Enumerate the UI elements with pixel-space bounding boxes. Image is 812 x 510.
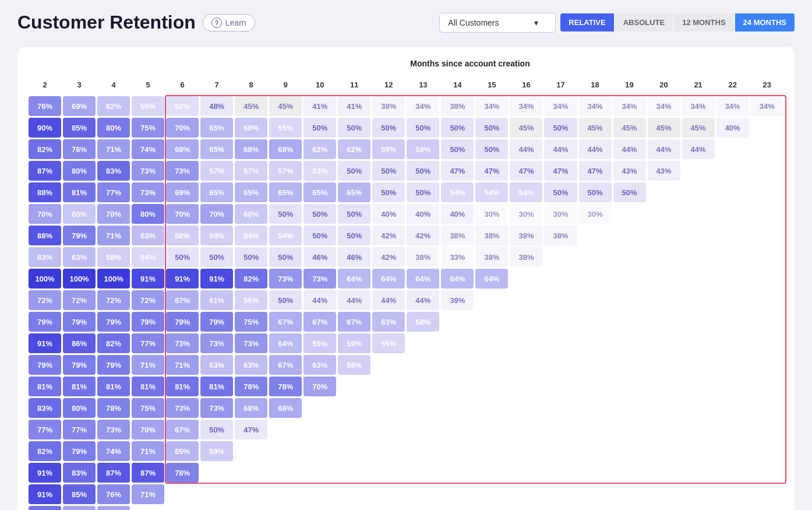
table-row: 79%79%79%71%71%63%63%67%63%58% xyxy=(29,355,783,375)
table-cell: 91% xyxy=(200,269,233,289)
table-cell xyxy=(716,484,749,504)
table-cell: 44% xyxy=(372,290,405,310)
table-cell xyxy=(716,463,749,483)
table-cell: 81% xyxy=(29,377,61,396)
table-cell: 79% xyxy=(97,312,130,332)
table-cell: 78% xyxy=(97,398,130,418)
toggle-relative[interactable]: RELATIVE xyxy=(560,13,613,31)
table-cell xyxy=(648,484,680,504)
table-cell: 67% xyxy=(269,355,302,375)
table-cell xyxy=(303,441,336,461)
table-cell: 48% xyxy=(200,96,233,116)
table-row: 90%85%80%75%70%65%60%55%50%50%50%50%50%5… xyxy=(29,118,783,138)
table-cell: 50% xyxy=(372,161,405,181)
table-cell: 45% xyxy=(235,96,267,116)
table-cell xyxy=(269,484,302,504)
table-cell xyxy=(544,312,577,332)
table-cell xyxy=(716,506,749,510)
table-cell: 61% xyxy=(200,290,233,310)
table-cell: 74% xyxy=(132,139,164,159)
table-cell: 55% xyxy=(132,96,164,116)
table-cell: 50% xyxy=(544,182,577,202)
table-cell: 83% xyxy=(29,398,61,418)
table-cell: 63% xyxy=(303,355,336,375)
table-cell: 58% xyxy=(407,312,439,332)
table-cell: 41% xyxy=(338,96,370,116)
table-cell: 40% xyxy=(716,118,749,138)
table-cell: 67% xyxy=(269,312,302,332)
table-cell: 79% xyxy=(63,226,96,245)
col-header-4: 4 xyxy=(97,75,130,94)
toggle-absolute[interactable]: ABSOLUTE xyxy=(615,13,673,31)
table-cell: 58% xyxy=(338,355,370,375)
table-cell: 34% xyxy=(544,96,577,116)
table-cell xyxy=(648,290,680,310)
table-cell: 45% xyxy=(579,118,612,138)
col-header-3: 3 xyxy=(63,75,96,94)
table-row: 72%72%72%72%67%61%56%50%44%44%44%44%39% xyxy=(29,290,783,310)
table-cell: 81% xyxy=(97,377,130,396)
table-cell: 58% xyxy=(200,226,233,245)
table-row: 81%81%81%81%81%81%78%78%70% xyxy=(29,377,783,396)
table-cell xyxy=(441,312,474,332)
table-cell: 45% xyxy=(510,118,542,138)
table-cell: 76% xyxy=(97,484,130,504)
table-cell: 79% xyxy=(200,312,233,332)
table-cell: 73% xyxy=(166,161,199,181)
table-cell xyxy=(648,398,680,418)
toggle-12months[interactable]: 12 MONTHS xyxy=(674,13,733,31)
table-cell: 52% xyxy=(166,96,199,116)
table-row: 77%77%73%70%67%50%47% xyxy=(29,420,783,439)
table-cell: 79% xyxy=(63,441,96,461)
table-cell xyxy=(716,333,749,353)
table-cell: 50% xyxy=(200,247,233,267)
col-header-10: 10 xyxy=(303,75,336,94)
table-cell xyxy=(613,312,646,332)
table-cell: 30% xyxy=(579,204,612,224)
help-icon: ? xyxy=(211,17,222,28)
table-cell xyxy=(751,355,783,375)
table-cell: 72% xyxy=(132,290,164,310)
table-cell xyxy=(579,398,612,418)
table-cell: 44% xyxy=(648,139,680,159)
table-cell: 71% xyxy=(166,355,199,375)
toggle-24months[interactable]: 24 MONTHS xyxy=(735,13,795,31)
table-cell: 47% xyxy=(441,161,474,181)
table-cell xyxy=(682,420,715,439)
table-cell xyxy=(510,420,542,439)
table-cell: 38% xyxy=(510,226,542,245)
table-cell: 50% xyxy=(166,247,199,267)
table-cell: 47% xyxy=(544,161,577,181)
col-header-8: 8 xyxy=(235,75,267,94)
table-cell xyxy=(751,182,783,202)
table-cell xyxy=(716,377,749,396)
table-cell xyxy=(544,377,577,396)
table-cell xyxy=(716,204,749,224)
table-row: 91%85%76%71% xyxy=(29,484,783,504)
table-cell xyxy=(579,377,612,396)
table-wrapper: 23456789101112131415161718192021222376%6… xyxy=(27,73,785,510)
section-label: Months since account creation xyxy=(27,59,785,68)
table-cell xyxy=(372,441,405,461)
table-cell: 65% xyxy=(269,182,302,202)
table-cell: 81% xyxy=(132,377,164,396)
table-cell xyxy=(510,506,542,510)
table-cell xyxy=(751,484,783,504)
table-cell xyxy=(235,506,267,510)
table-cell: 44% xyxy=(303,290,336,310)
table-cell: 70% xyxy=(97,204,130,224)
table-cell xyxy=(441,377,474,396)
table-cell: 34% xyxy=(579,96,612,116)
col-header-19: 19 xyxy=(613,75,646,94)
table-cell: 68% xyxy=(269,398,302,418)
table-cell: 38% xyxy=(475,247,508,267)
learn-button[interactable]: ? Learn xyxy=(203,14,255,31)
table-cell xyxy=(682,463,715,483)
customer-select[interactable]: All Customers ▾ xyxy=(439,13,556,33)
table-cell xyxy=(475,377,508,396)
table-cell: 44% xyxy=(338,290,370,310)
table-cell: 81% xyxy=(63,377,96,396)
table-row: 76%69%62%55%52%48%45%45%41%41%38%34%38%3… xyxy=(29,96,783,116)
table-cell xyxy=(751,161,783,181)
table-cell: 64% xyxy=(269,333,302,353)
